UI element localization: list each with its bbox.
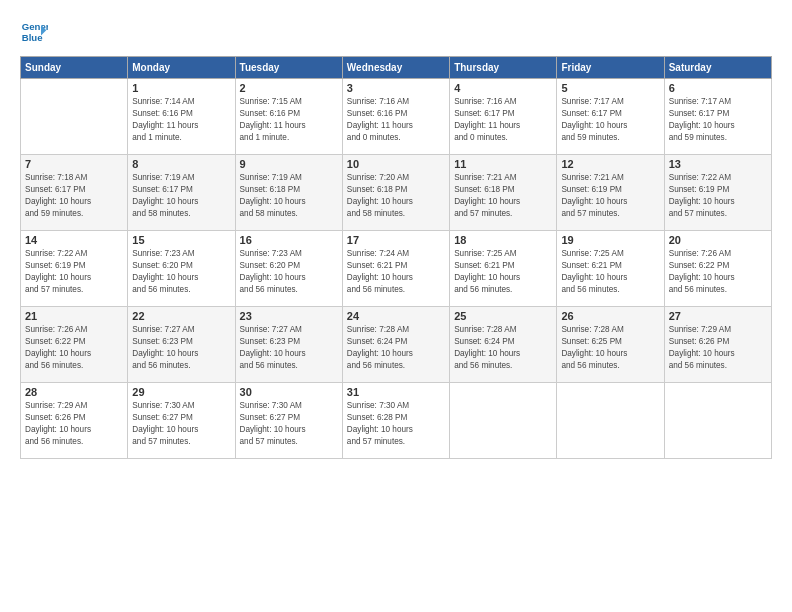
calendar-cell: 8Sunrise: 7:19 AMSunset: 6:17 PMDaylight…: [128, 155, 235, 231]
calendar-week-5: 28Sunrise: 7:29 AMSunset: 6:26 PMDayligh…: [21, 383, 772, 459]
day-number: 11: [454, 158, 552, 170]
day-info: Sunrise: 7:28 AMSunset: 6:25 PMDaylight:…: [561, 324, 659, 372]
calendar-cell: 24Sunrise: 7:28 AMSunset: 6:24 PMDayligh…: [342, 307, 449, 383]
day-info: Sunrise: 7:30 AMSunset: 6:27 PMDaylight:…: [240, 400, 338, 448]
day-info: Sunrise: 7:16 AMSunset: 6:17 PMDaylight:…: [454, 96, 552, 144]
weekday-monday: Monday: [128, 57, 235, 79]
day-number: 16: [240, 234, 338, 246]
calendar-cell: 25Sunrise: 7:28 AMSunset: 6:24 PMDayligh…: [450, 307, 557, 383]
day-info: Sunrise: 7:21 AMSunset: 6:19 PMDaylight:…: [561, 172, 659, 220]
calendar-cell: 30Sunrise: 7:30 AMSunset: 6:27 PMDayligh…: [235, 383, 342, 459]
calendar-page: General Blue SundayMondayTuesdayWednesda…: [0, 0, 792, 612]
calendar-cell: 2Sunrise: 7:15 AMSunset: 6:16 PMDaylight…: [235, 79, 342, 155]
weekday-saturday: Saturday: [664, 57, 771, 79]
day-info: Sunrise: 7:15 AMSunset: 6:16 PMDaylight:…: [240, 96, 338, 144]
calendar-cell: 4Sunrise: 7:16 AMSunset: 6:17 PMDaylight…: [450, 79, 557, 155]
calendar-cell: 6Sunrise: 7:17 AMSunset: 6:17 PMDaylight…: [664, 79, 771, 155]
calendar-cell: 14Sunrise: 7:22 AMSunset: 6:19 PMDayligh…: [21, 231, 128, 307]
calendar-week-1: 1Sunrise: 7:14 AMSunset: 6:16 PMDaylight…: [21, 79, 772, 155]
calendar-cell: 20Sunrise: 7:26 AMSunset: 6:22 PMDayligh…: [664, 231, 771, 307]
day-info: Sunrise: 7:21 AMSunset: 6:18 PMDaylight:…: [454, 172, 552, 220]
weekday-friday: Friday: [557, 57, 664, 79]
day-number: 3: [347, 82, 445, 94]
day-info: Sunrise: 7:23 AMSunset: 6:20 PMDaylight:…: [240, 248, 338, 296]
day-number: 5: [561, 82, 659, 94]
logo-icon: General Blue: [20, 18, 48, 46]
day-info: Sunrise: 7:14 AMSunset: 6:16 PMDaylight:…: [132, 96, 230, 144]
calendar-cell: 11Sunrise: 7:21 AMSunset: 6:18 PMDayligh…: [450, 155, 557, 231]
day-number: 24: [347, 310, 445, 322]
day-info: Sunrise: 7:17 AMSunset: 6:17 PMDaylight:…: [669, 96, 767, 144]
calendar-cell: 16Sunrise: 7:23 AMSunset: 6:20 PMDayligh…: [235, 231, 342, 307]
day-info: Sunrise: 7:27 AMSunset: 6:23 PMDaylight:…: [240, 324, 338, 372]
calendar-cell: 31Sunrise: 7:30 AMSunset: 6:28 PMDayligh…: [342, 383, 449, 459]
calendar-cell: 27Sunrise: 7:29 AMSunset: 6:26 PMDayligh…: [664, 307, 771, 383]
day-number: 25: [454, 310, 552, 322]
day-info: Sunrise: 7:19 AMSunset: 6:18 PMDaylight:…: [240, 172, 338, 220]
day-info: Sunrise: 7:29 AMSunset: 6:26 PMDaylight:…: [669, 324, 767, 372]
day-number: 27: [669, 310, 767, 322]
calendar-cell: 1Sunrise: 7:14 AMSunset: 6:16 PMDaylight…: [128, 79, 235, 155]
logo: General Blue: [20, 18, 48, 46]
calendar-cell: 22Sunrise: 7:27 AMSunset: 6:23 PMDayligh…: [128, 307, 235, 383]
day-number: 29: [132, 386, 230, 398]
day-info: Sunrise: 7:28 AMSunset: 6:24 PMDaylight:…: [347, 324, 445, 372]
calendar-cell: 15Sunrise: 7:23 AMSunset: 6:20 PMDayligh…: [128, 231, 235, 307]
weekday-thursday: Thursday: [450, 57, 557, 79]
day-info: Sunrise: 7:26 AMSunset: 6:22 PMDaylight:…: [669, 248, 767, 296]
calendar-cell: 21Sunrise: 7:26 AMSunset: 6:22 PMDayligh…: [21, 307, 128, 383]
day-number: 26: [561, 310, 659, 322]
day-info: Sunrise: 7:27 AMSunset: 6:23 PMDaylight:…: [132, 324, 230, 372]
day-number: 6: [669, 82, 767, 94]
calendar-cell: 7Sunrise: 7:18 AMSunset: 6:17 PMDaylight…: [21, 155, 128, 231]
calendar-cell: 18Sunrise: 7:25 AMSunset: 6:21 PMDayligh…: [450, 231, 557, 307]
day-number: 19: [561, 234, 659, 246]
weekday-tuesday: Tuesday: [235, 57, 342, 79]
weekday-sunday: Sunday: [21, 57, 128, 79]
calendar-cell: [21, 79, 128, 155]
weekday-header-row: SundayMondayTuesdayWednesdayThursdayFrid…: [21, 57, 772, 79]
day-info: Sunrise: 7:26 AMSunset: 6:22 PMDaylight:…: [25, 324, 123, 372]
day-number: 1: [132, 82, 230, 94]
header: General Blue: [20, 18, 772, 46]
day-info: Sunrise: 7:16 AMSunset: 6:16 PMDaylight:…: [347, 96, 445, 144]
calendar-cell: 26Sunrise: 7:28 AMSunset: 6:25 PMDayligh…: [557, 307, 664, 383]
calendar-cell: 3Sunrise: 7:16 AMSunset: 6:16 PMDaylight…: [342, 79, 449, 155]
day-info: Sunrise: 7:17 AMSunset: 6:17 PMDaylight:…: [561, 96, 659, 144]
day-info: Sunrise: 7:29 AMSunset: 6:26 PMDaylight:…: [25, 400, 123, 448]
calendar-cell: 23Sunrise: 7:27 AMSunset: 6:23 PMDayligh…: [235, 307, 342, 383]
day-number: 31: [347, 386, 445, 398]
calendar-cell: 5Sunrise: 7:17 AMSunset: 6:17 PMDaylight…: [557, 79, 664, 155]
calendar-body: 1Sunrise: 7:14 AMSunset: 6:16 PMDaylight…: [21, 79, 772, 459]
day-number: 23: [240, 310, 338, 322]
day-number: 17: [347, 234, 445, 246]
calendar-cell: 13Sunrise: 7:22 AMSunset: 6:19 PMDayligh…: [664, 155, 771, 231]
day-number: 14: [25, 234, 123, 246]
day-info: Sunrise: 7:28 AMSunset: 6:24 PMDaylight:…: [454, 324, 552, 372]
day-info: Sunrise: 7:30 AMSunset: 6:28 PMDaylight:…: [347, 400, 445, 448]
day-info: Sunrise: 7:25 AMSunset: 6:21 PMDaylight:…: [561, 248, 659, 296]
calendar-cell: 9Sunrise: 7:19 AMSunset: 6:18 PMDaylight…: [235, 155, 342, 231]
calendar-cell: [450, 383, 557, 459]
day-number: 21: [25, 310, 123, 322]
day-info: Sunrise: 7:18 AMSunset: 6:17 PMDaylight:…: [25, 172, 123, 220]
day-number: 9: [240, 158, 338, 170]
calendar-week-3: 14Sunrise: 7:22 AMSunset: 6:19 PMDayligh…: [21, 231, 772, 307]
day-info: Sunrise: 7:22 AMSunset: 6:19 PMDaylight:…: [25, 248, 123, 296]
day-info: Sunrise: 7:25 AMSunset: 6:21 PMDaylight:…: [454, 248, 552, 296]
day-info: Sunrise: 7:30 AMSunset: 6:27 PMDaylight:…: [132, 400, 230, 448]
calendar-cell: [557, 383, 664, 459]
day-number: 20: [669, 234, 767, 246]
calendar-week-4: 21Sunrise: 7:26 AMSunset: 6:22 PMDayligh…: [21, 307, 772, 383]
day-number: 2: [240, 82, 338, 94]
day-number: 13: [669, 158, 767, 170]
day-number: 18: [454, 234, 552, 246]
calendar-cell: 28Sunrise: 7:29 AMSunset: 6:26 PMDayligh…: [21, 383, 128, 459]
day-info: Sunrise: 7:23 AMSunset: 6:20 PMDaylight:…: [132, 248, 230, 296]
day-info: Sunrise: 7:20 AMSunset: 6:18 PMDaylight:…: [347, 172, 445, 220]
calendar-cell: 17Sunrise: 7:24 AMSunset: 6:21 PMDayligh…: [342, 231, 449, 307]
day-info: Sunrise: 7:24 AMSunset: 6:21 PMDaylight:…: [347, 248, 445, 296]
calendar-cell: 29Sunrise: 7:30 AMSunset: 6:27 PMDayligh…: [128, 383, 235, 459]
day-number: 8: [132, 158, 230, 170]
day-number: 22: [132, 310, 230, 322]
